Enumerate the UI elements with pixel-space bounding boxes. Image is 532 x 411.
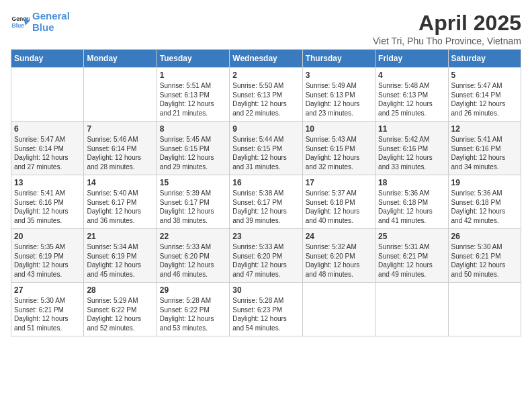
day-number: 21 xyxy=(87,232,153,241)
page-title: April 2025 xyxy=(373,11,521,36)
day-info: Sunrise: 5:50 AM Sunset: 6:13 PM Dayligh… xyxy=(232,81,299,118)
calendar-week-row: 6Sunrise: 5:47 AM Sunset: 6:14 PM Daylig… xyxy=(11,122,521,175)
calendar-cell: 13Sunrise: 5:41 AM Sunset: 6:16 PM Dayli… xyxy=(11,175,84,229)
day-number: 28 xyxy=(87,285,153,295)
calendar-table: SundayMondayTuesdayWednesdayThursdayFrid… xyxy=(11,49,521,336)
calendar-cell: 10Sunrise: 5:43 AM Sunset: 6:15 PM Dayli… xyxy=(302,122,375,175)
day-info: Sunrise: 5:38 AM Sunset: 6:17 PM Dayligh… xyxy=(232,189,299,225)
day-info: Sunrise: 5:30 AM Sunset: 6:21 PM Dayligh… xyxy=(451,242,518,279)
calendar-cell: 22Sunrise: 5:33 AM Sunset: 6:20 PM Dayli… xyxy=(157,229,229,283)
calendar-cell: 23Sunrise: 5:33 AM Sunset: 6:20 PM Dayli… xyxy=(230,229,302,283)
day-info: Sunrise: 5:35 AM Sunset: 6:19 PM Dayligh… xyxy=(14,242,81,279)
calendar-cell: 3Sunrise: 5:49 AM Sunset: 6:13 PM Daylig… xyxy=(302,68,375,122)
calendar-week-row: 20Sunrise: 5:35 AM Sunset: 6:19 PM Dayli… xyxy=(11,229,521,283)
logo-text-line1: General xyxy=(32,11,70,22)
calendar-cell: 5Sunrise: 5:47 AM Sunset: 6:14 PM Daylig… xyxy=(448,68,521,122)
calendar-cell: 9Sunrise: 5:44 AM Sunset: 6:15 PM Daylig… xyxy=(230,122,302,175)
calendar-cell: 26Sunrise: 5:30 AM Sunset: 6:21 PM Dayli… xyxy=(448,229,521,283)
calendar-cell: 27Sunrise: 5:30 AM Sunset: 6:21 PM Dayli… xyxy=(11,283,84,336)
title-area: April 2025 Viet Tri, Phu Tho Province, V… xyxy=(373,11,521,46)
day-info: Sunrise: 5:49 AM Sunset: 6:13 PM Dayligh… xyxy=(306,81,372,118)
day-number: 26 xyxy=(451,232,518,241)
day-info: Sunrise: 5:33 AM Sunset: 6:20 PM Dayligh… xyxy=(232,242,299,279)
calendar-cell: 20Sunrise: 5:35 AM Sunset: 6:19 PM Dayli… xyxy=(11,229,84,283)
day-info: Sunrise: 5:30 AM Sunset: 6:21 PM Dayligh… xyxy=(14,296,81,332)
logo: General Blue General Blue xyxy=(11,11,70,33)
calendar-cell: 8Sunrise: 5:45 AM Sunset: 6:15 PM Daylig… xyxy=(157,122,229,175)
calendar-cell: 14Sunrise: 5:40 AM Sunset: 6:17 PM Dayli… xyxy=(84,175,157,229)
day-number: 12 xyxy=(451,124,518,134)
day-number: 14 xyxy=(87,178,153,187)
logo-text-line2: Blue xyxy=(32,22,70,34)
page-subtitle: Viet Tri, Phu Tho Province, Vietnam xyxy=(373,36,521,46)
calendar-cell: 29Sunrise: 5:28 AM Sunset: 6:22 PM Dayli… xyxy=(157,283,229,336)
calendar-cell: 30Sunrise: 5:28 AM Sunset: 6:23 PM Dayli… xyxy=(230,283,302,336)
day-info: Sunrise: 5:29 AM Sunset: 6:22 PM Dayligh… xyxy=(87,296,153,332)
day-number: 5 xyxy=(451,71,518,80)
day-info: Sunrise: 5:36 AM Sunset: 6:18 PM Dayligh… xyxy=(378,189,445,225)
day-number: 11 xyxy=(378,124,445,134)
day-info: Sunrise: 5:34 AM Sunset: 6:19 PM Dayligh… xyxy=(87,242,153,279)
calendar-week-row: 1Sunrise: 5:51 AM Sunset: 6:13 PM Daylig… xyxy=(11,68,521,122)
day-number: 3 xyxy=(306,71,372,80)
calendar-cell: 1Sunrise: 5:51 AM Sunset: 6:13 PM Daylig… xyxy=(157,68,229,122)
calendar-cell: 19Sunrise: 5:36 AM Sunset: 6:18 PM Dayli… xyxy=(448,175,521,229)
calendar-cell: 4Sunrise: 5:48 AM Sunset: 6:13 PM Daylig… xyxy=(375,68,448,122)
calendar-cell: 28Sunrise: 5:29 AM Sunset: 6:22 PM Dayli… xyxy=(84,283,157,336)
day-info: Sunrise: 5:51 AM Sunset: 6:13 PM Dayligh… xyxy=(160,81,226,118)
calendar-week-row: 13Sunrise: 5:41 AM Sunset: 6:16 PM Dayli… xyxy=(11,175,521,229)
day-number: 8 xyxy=(160,124,226,134)
day-number: 18 xyxy=(378,178,445,187)
day-number: 4 xyxy=(378,71,445,80)
day-info: Sunrise: 5:40 AM Sunset: 6:17 PM Dayligh… xyxy=(87,189,153,225)
day-number: 24 xyxy=(306,232,372,241)
page-header: General Blue General Blue April 2025 Vie… xyxy=(11,11,521,46)
calendar-cell: 6Sunrise: 5:47 AM Sunset: 6:14 PM Daylig… xyxy=(11,122,84,175)
header-wednesday: Wednesday xyxy=(230,50,302,68)
calendar-cell: 24Sunrise: 5:32 AM Sunset: 6:20 PM Dayli… xyxy=(302,229,375,283)
header-tuesday: Tuesday xyxy=(157,50,229,68)
day-info: Sunrise: 5:43 AM Sunset: 6:15 PM Dayligh… xyxy=(306,135,372,171)
day-number: 22 xyxy=(160,232,226,241)
day-info: Sunrise: 5:37 AM Sunset: 6:18 PM Dayligh… xyxy=(306,189,372,225)
header-friday: Friday xyxy=(375,50,448,68)
day-info: Sunrise: 5:36 AM Sunset: 6:18 PM Dayligh… xyxy=(451,189,518,225)
calendar-cell xyxy=(11,68,84,122)
calendar-cell xyxy=(84,68,157,122)
svg-text:Blue: Blue xyxy=(12,21,25,28)
header-thursday: Thursday xyxy=(302,50,375,68)
day-number: 6 xyxy=(14,124,81,134)
calendar-cell: 7Sunrise: 5:46 AM Sunset: 6:14 PM Daylig… xyxy=(84,122,157,175)
calendar-cell: 18Sunrise: 5:36 AM Sunset: 6:18 PM Dayli… xyxy=(375,175,448,229)
day-info: Sunrise: 5:28 AM Sunset: 6:22 PM Dayligh… xyxy=(160,296,226,332)
day-info: Sunrise: 5:45 AM Sunset: 6:15 PM Dayligh… xyxy=(160,135,226,171)
calendar-header-row: SundayMondayTuesdayWednesdayThursdayFrid… xyxy=(11,50,521,68)
day-number: 2 xyxy=(232,71,299,80)
day-info: Sunrise: 5:32 AM Sunset: 6:20 PM Dayligh… xyxy=(306,242,372,279)
day-number: 20 xyxy=(14,232,81,241)
day-info: Sunrise: 5:28 AM Sunset: 6:23 PM Dayligh… xyxy=(232,296,299,332)
day-info: Sunrise: 5:33 AM Sunset: 6:20 PM Dayligh… xyxy=(160,242,226,279)
header-sunday: Sunday xyxy=(11,50,84,68)
calendar-cell xyxy=(375,283,448,336)
day-info: Sunrise: 5:47 AM Sunset: 6:14 PM Dayligh… xyxy=(451,81,518,118)
day-info: Sunrise: 5:39 AM Sunset: 6:17 PM Dayligh… xyxy=(160,189,226,225)
day-number: 25 xyxy=(378,232,445,241)
day-info: Sunrise: 5:31 AM Sunset: 6:21 PM Dayligh… xyxy=(378,242,445,279)
header-saturday: Saturday xyxy=(448,50,521,68)
day-number: 7 xyxy=(87,124,153,134)
calendar-week-row: 27Sunrise: 5:30 AM Sunset: 6:21 PM Dayli… xyxy=(11,283,521,336)
day-number: 17 xyxy=(306,178,372,187)
day-info: Sunrise: 5:41 AM Sunset: 6:16 PM Dayligh… xyxy=(451,135,518,171)
day-number: 13 xyxy=(14,178,81,187)
day-info: Sunrise: 5:42 AM Sunset: 6:16 PM Dayligh… xyxy=(378,135,445,171)
calendar-cell: 21Sunrise: 5:34 AM Sunset: 6:19 PM Dayli… xyxy=(84,229,157,283)
day-number: 16 xyxy=(232,178,299,187)
header-monday: Monday xyxy=(84,50,157,68)
calendar-cell xyxy=(448,283,521,336)
logo-icon: General Blue xyxy=(11,13,30,32)
calendar-cell: 11Sunrise: 5:42 AM Sunset: 6:16 PM Dayli… xyxy=(375,122,448,175)
calendar-cell: 15Sunrise: 5:39 AM Sunset: 6:17 PM Dayli… xyxy=(157,175,229,229)
day-number: 15 xyxy=(160,178,226,187)
calendar-cell: 16Sunrise: 5:38 AM Sunset: 6:17 PM Dayli… xyxy=(230,175,302,229)
